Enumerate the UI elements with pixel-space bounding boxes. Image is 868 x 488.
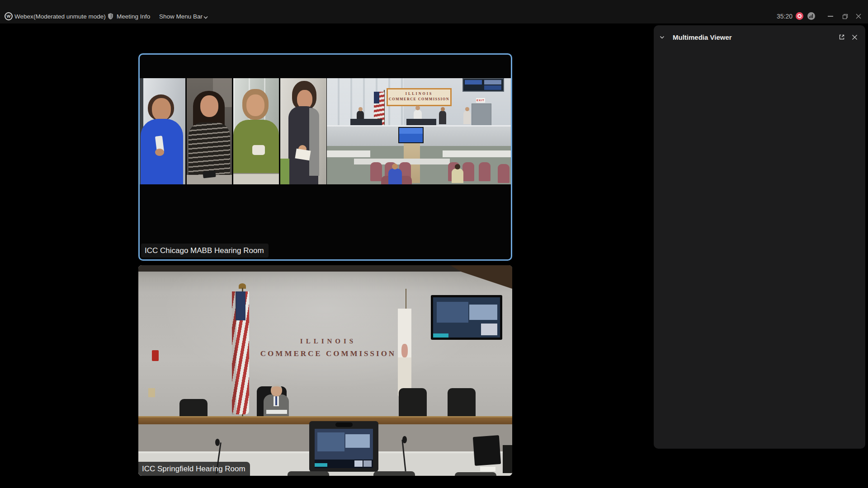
wall-tv (462, 78, 504, 92)
tv-feed (484, 80, 501, 84)
fire-alarm (152, 350, 159, 361)
desk-monitors (406, 119, 436, 125)
chair (455, 472, 496, 476)
window-titlebar: W Webex (Moderated unmute mode) Meeting … (0, 0, 868, 23)
flag-canton (236, 291, 245, 320)
tv-subfeed (363, 460, 372, 467)
panel-title: Multimedia Viewer (673, 33, 732, 41)
tv-feed (345, 434, 370, 448)
tie (275, 396, 277, 405)
conference-tv (309, 421, 378, 472)
chevron-down-icon[interactable] (203, 14, 209, 22)
held-paper (252, 145, 265, 155)
illinois-flag (398, 309, 411, 397)
tv-feed (437, 302, 468, 323)
video-tile-chicago[interactable]: ILLINOIS COMMERCE COMMISSION EXIT (138, 53, 512, 261)
monitor (473, 435, 501, 466)
moderated-mode-label: (Moderated unmute mode) (33, 13, 106, 20)
recording-indicator-icon[interactable] (796, 12, 803, 20)
show-menu-bar-button[interactable]: Show Menu Bar (159, 13, 203, 20)
sign-line1: ILLINOIS (388, 92, 450, 96)
table (327, 150, 370, 157)
microphone-head (215, 439, 220, 446)
tv-camera (335, 422, 353, 427)
chair (288, 471, 329, 476)
person-head (465, 107, 469, 111)
podium-screen (398, 127, 424, 143)
paper (480, 467, 495, 471)
collapse-panel-chevron-down-icon[interactable] (656, 32, 667, 42)
person-head (455, 164, 460, 169)
audience-person (388, 169, 402, 184)
tv-feed (465, 80, 482, 84)
connection-stats-icon[interactable] (807, 12, 815, 20)
exit-sign: EXIT (476, 98, 485, 103)
seated-person (439, 111, 446, 124)
close-window-button[interactable] (854, 12, 863, 20)
person-head (246, 94, 264, 116)
flag-emblem (401, 344, 408, 357)
close-panel-icon[interactable] (849, 32, 860, 42)
multimedia-viewer-panel: Multimedia Viewer (654, 25, 865, 449)
sign-line2: COMMERCE COMMISSION (388, 97, 450, 101)
chair (373, 471, 415, 476)
webex-logo-icon: W (5, 12, 13, 20)
participant-strip-4 (280, 78, 326, 184)
microphone-head (402, 436, 407, 443)
participant-name-label: ICC Springfield Hearing Room (138, 462, 250, 476)
video-tile-springfield[interactable]: ILLINOIS COMMERCE COMMISSION (138, 265, 512, 476)
person-torso (189, 122, 230, 177)
tv-label (315, 463, 327, 467)
chicago-hearing-room: ILLINOIS COMMERCE COMMISSION EXIT (327, 78, 512, 184)
tv-feed (484, 85, 501, 90)
green-bag (280, 159, 289, 184)
tv-feed (469, 305, 497, 320)
wall-text-line2: COMMERCE COMMISSION (138, 349, 512, 358)
wall-box (148, 388, 155, 397)
flag-fold (232, 291, 236, 414)
panel-body (654, 49, 865, 449)
app-name: Webex (14, 13, 33, 20)
held-paper (295, 149, 311, 161)
equipment (503, 445, 512, 473)
minimize-button[interactable] (826, 12, 835, 20)
chair (498, 164, 509, 183)
participant-strip-1 (140, 78, 185, 184)
person-head (200, 95, 218, 117)
person-head (415, 106, 420, 110)
person-hand (155, 149, 164, 156)
meeting-info-button[interactable]: Meeting Info (117, 13, 150, 20)
shield-icon (108, 13, 113, 22)
tv-label (433, 333, 448, 338)
desk-monitors (350, 119, 382, 125)
icc-wall-sign: ILLINOIS COMMERCE COMMISSION (387, 88, 452, 106)
chair (479, 162, 491, 181)
open-in-new-window-icon[interactable] (836, 32, 847, 42)
seated-person (463, 111, 471, 124)
phone (203, 171, 216, 178)
us-flag (232, 291, 249, 414)
participant-strip-2 (187, 78, 232, 184)
chair (370, 162, 382, 181)
chairman-head (271, 385, 282, 396)
tv-subfeed (481, 324, 497, 335)
table (443, 150, 512, 157)
person-head (359, 107, 363, 111)
restore-window-button[interactable] (841, 12, 849, 20)
chairman-torso (264, 394, 289, 418)
desk-papers (266, 410, 287, 414)
audience-person (452, 169, 463, 183)
participant-strip-3 (233, 78, 279, 184)
tv-feed (317, 432, 344, 451)
table-edge (233, 173, 279, 184)
meeting-timer: 35:20 (777, 13, 793, 20)
cardigan (309, 108, 319, 176)
person-head (392, 164, 398, 169)
flag-canton (374, 92, 379, 103)
screen-content (399, 128, 423, 142)
chair (462, 162, 474, 181)
person-head (152, 98, 171, 121)
person-head (441, 107, 445, 111)
tv-subfeed (354, 460, 363, 467)
participant-name-label: ICC Chicago MABB Hearing Room (141, 244, 269, 258)
